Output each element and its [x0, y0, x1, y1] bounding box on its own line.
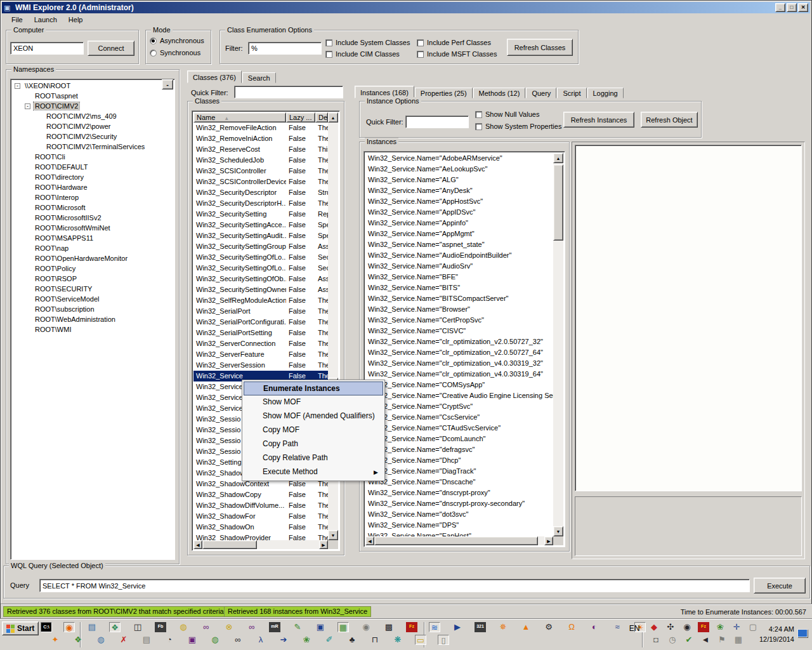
instances-vscrollbar[interactable]: ▲ ▼: [553, 153, 563, 536]
scroll-left-icon[interactable]: ◀: [365, 536, 374, 545]
scroll-right-icon[interactable]: ▶: [319, 540, 328, 549]
namespace-node[interactable]: ROOT\subscription: [11, 304, 174, 314]
Win32_ShadowFor[interactable]: Win32_ShadowFor False The: [193, 511, 328, 522]
tray-mouse-icon[interactable]: ◘: [650, 635, 662, 645]
classes-hscroll-thumb[interactable]: [202, 540, 257, 549]
namespace-node[interactable]: ROOT\directory: [11, 172, 174, 182]
namespace-node[interactable]: ROOT\Policy: [11, 263, 174, 274]
check-show-null-values[interactable]: Show Null Values: [475, 110, 539, 118]
folder-dark-icon[interactable]: ▩: [383, 622, 395, 632]
Win32_ShadowCopy[interactable]: Win32_ShadowCopy False The: [193, 489, 328, 500]
Win32_SecuritySetting[interactable]: Win32_SecuritySetting False Rep: [193, 209, 328, 220]
mpc-321-icon[interactable]: 321: [475, 622, 486, 632]
scroll-left-icon[interactable]: ◀: [193, 540, 202, 549]
wmi-explorer-icon[interactable]: ❖: [109, 622, 121, 632]
blue-app-icon[interactable]: ◍: [95, 635, 107, 645]
mremote-icon[interactable]: mR: [269, 622, 280, 632]
instance-row[interactable]: Win32_Service.Name="DPS": [365, 520, 553, 531]
headphones-icon[interactable]: Ω: [566, 622, 577, 632]
menu-item[interactable]: File: [6, 15, 29, 25]
instance-row[interactable]: Win32_Service.Name="CscService": [365, 412, 553, 423]
tree-collapse-button[interactable]: -: [162, 79, 173, 90]
instance-row[interactable]: Win32_Service.Name="clr_optimization_v4.…: [365, 358, 553, 369]
instance-row[interactable]: Win32_Service.Name="ALG": [365, 175, 553, 185]
blender-icon[interactable]: ✦: [49, 635, 61, 645]
server-icon[interactable]: ▤: [141, 635, 152, 645]
minimize-button[interactable]: _: [775, 3, 785, 12]
instance-row[interactable]: Win32_Service.Name="AudioSrv": [365, 261, 553, 272]
Win32_SerialPortConfigurati...[interactable]: Win32_SerialPortConfigurati... False The: [193, 317, 328, 328]
tray-diamond-icon[interactable]: ◆: [648, 622, 660, 632]
classes-quick-filter-input[interactable]: [234, 86, 343, 98]
context-menu-item[interactable]: Show MOF: [244, 395, 383, 409]
execute-button[interactable]: Execute: [754, 578, 806, 594]
Win32_SecuritySettingOfLo...[interactable]: Win32_SecuritySettingOfLo... False Sec: [193, 252, 328, 263]
Win32_SecuritySettingOfOb...[interactable]: Win32_SecuritySettingOfOb... False Ass: [193, 274, 328, 284]
tray-clock-icon[interactable]: ◷: [667, 635, 678, 645]
lock-arrow-icon[interactable]: ➔: [278, 635, 289, 645]
refresh-classes-button[interactable]: Refresh Classes: [507, 39, 573, 56]
instance-row[interactable]: Win32_Service.Name="AppIDSvc": [365, 207, 553, 218]
binoculars-icon[interactable]: ∞: [232, 635, 244, 645]
visual-studio-icon[interactable]: ∞: [246, 622, 258, 632]
connect-button[interactable]: Connect: [88, 41, 134, 56]
namespace-node[interactable]: ROOT\Hardware: [11, 182, 174, 192]
Win32_SecuritySettingAcce...[interactable]: Win32_SecuritySettingAcce... False Spe: [193, 220, 328, 230]
namespace-node[interactable]: ROOT\CIMV2\TerminalServices: [11, 142, 174, 152]
Win32_SCSIControllerDevice[interactable]: Win32_SCSIControllerDevice False The: [193, 176, 328, 187]
scroll-down-icon[interactable]: ▼: [328, 530, 338, 540]
instances-vscroll-thumb[interactable]: [553, 164, 563, 241]
tab[interactable]: Script: [557, 88, 586, 98]
Win32_ShadowProvider[interactable]: Win32_ShadowProvider False The: [193, 533, 328, 540]
start-button[interactable]: Start: [2, 621, 39, 635]
tab[interactable]: Query: [526, 88, 556, 98]
refresh-instances-button[interactable]: Refresh Instances: [563, 112, 634, 128]
tray-square-icon[interactable]: ▢: [747, 622, 759, 632]
audio-wave-icon[interactable]: ≈: [612, 622, 623, 632]
namespace-node[interactable]: ROOT\CIMV2\power: [11, 121, 174, 131]
radio-synchronous[interactable]: Synchronous: [150, 49, 200, 56]
context-menu-item[interactable]: Copy Relative Path: [244, 451, 383, 465]
scroll-up-icon[interactable]: ▲: [553, 153, 563, 163]
instance-row[interactable]: Win32_Service.Name="DcomLaunch": [365, 434, 553, 444]
namespace-node[interactable]: ROOT\ServiceModel: [11, 294, 174, 304]
namespace-node[interactable]: ROOT\Cli: [11, 152, 174, 162]
radio-asynchronous[interactable]: Asynchronous: [150, 37, 204, 44]
instance-row[interactable]: Win32_Service.Name="BITS": [365, 282, 553, 293]
show-desktop-icon[interactable]: [797, 629, 808, 637]
instance-row[interactable]: Win32_Service.Name="AnyDesk": [365, 185, 553, 196]
tab[interactable]: Properties (25): [415, 88, 473, 98]
tray-fan-icon[interactable]: ✣: [665, 622, 676, 632]
instance-row[interactable]: Win32_Service.Name="Appinfo": [365, 218, 553, 229]
instances-hscrollbar[interactable]: ◀ ▶: [365, 536, 553, 545]
instance-row[interactable]: Win32_Service.Name="clr_optimization_v4.…: [365, 369, 553, 380]
query-input[interactable]: [39, 579, 750, 592]
filezilla-icon[interactable]: Fz: [406, 622, 417, 632]
film-reel-icon[interactable]: ✵: [497, 622, 509, 632]
tab[interactable]: Classes (376): [187, 70, 242, 83]
cubes-icon[interactable]: ▣: [187, 635, 198, 645]
check-show-system-properties[interactable]: Show System Properties: [475, 123, 561, 130]
scroll-up-icon[interactable]: ▲: [328, 112, 338, 123]
classes-hscrollbar[interactable]: ◀ ▶: [193, 540, 328, 549]
instance-row[interactable]: Win32_Service.Name="dot3svc": [365, 509, 553, 520]
flash-builder-icon[interactable]: Fb: [155, 622, 166, 632]
scroll-down-icon[interactable]: ▼: [553, 526, 563, 536]
Win32_ScheduledJob[interactable]: Win32_ScheduledJob False The: [193, 155, 328, 166]
column-name[interactable]: Name▲: [193, 112, 286, 123]
instances-quick-filter-input[interactable]: [405, 116, 469, 128]
context-menu-item[interactable]: Execute Method ▶: [244, 465, 383, 479]
tray-usb-icon[interactable]: ✔: [683, 635, 695, 645]
instance-row[interactable]: Win32_Service.Name="AeLookupSvc": [365, 164, 553, 175]
cd-icon[interactable]: ◉: [360, 622, 372, 632]
namespace-node[interactable]: ROOT\MicrosoftWmiNet: [11, 223, 174, 233]
tab[interactable]: Search: [242, 72, 276, 83]
tray-leaf-icon[interactable]: ❀: [714, 622, 726, 632]
db-sync-icon[interactable]: ⊗: [223, 622, 235, 632]
notepad-icon[interactable]: ▤: [86, 622, 98, 632]
column-description[interactable]: Des: [315, 112, 328, 123]
tab[interactable]: Methods (12): [473, 88, 526, 98]
instance-row[interactable]: Win32_Service.Name="dnscrypt-proxy-secon…: [365, 498, 553, 509]
namespace-node[interactable]: ROOT\Interop: [11, 192, 174, 202]
instances-hscroll-thumb[interactable]: [374, 536, 538, 545]
